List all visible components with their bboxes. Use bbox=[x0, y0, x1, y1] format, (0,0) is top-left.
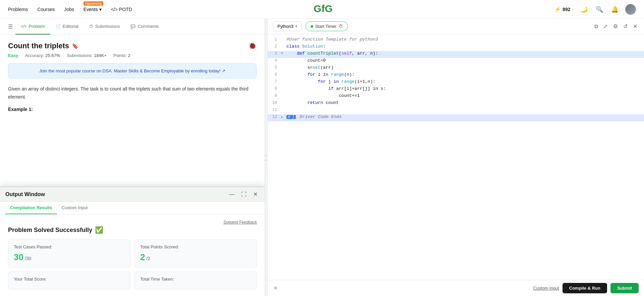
submit-button[interactable]: Submit bbox=[610, 283, 639, 293]
code-line-12: 12 ▶ # } Driver Code Ends bbox=[268, 114, 644, 121]
streak-counter: ⚡ 892 ↑ bbox=[554, 6, 574, 12]
line-number: 1 bbox=[268, 37, 281, 42]
line-number: 9 bbox=[268, 93, 281, 98]
results-grid: Test Cases Passed: 30 /30 Total Points S… bbox=[8, 239, 257, 289]
language-chevron-icon: ▾ bbox=[296, 24, 297, 28]
settings-button[interactable]: ⚙ bbox=[612, 22, 619, 31]
expand-button[interactable]: ⤢ bbox=[602, 22, 609, 31]
brightness-button[interactable]: ☀ bbox=[273, 285, 278, 291]
code-line-4: 4 count=0 bbox=[268, 58, 644, 65]
clock-icon: ⏱ bbox=[89, 24, 93, 29]
nav-potd[interactable]: </> POTD bbox=[111, 7, 132, 12]
problem-description: Given an array of distinct integers. The… bbox=[8, 85, 257, 101]
dark-mode-button[interactable]: 🌙 bbox=[579, 4, 589, 14]
top-navigation: Problems Courses Jobs Upcoming Events ▾ … bbox=[0, 0, 644, 19]
dsa-banner[interactable]: Join the most popular course on DSA. Mas… bbox=[8, 63, 257, 78]
line-arrow: ▼ bbox=[281, 51, 286, 55]
accuracy-value: 25.67% bbox=[45, 53, 60, 58]
line-number: 2 bbox=[268, 44, 281, 49]
line-content: def countTriplet(self, arr, n): bbox=[286, 51, 644, 56]
close-button[interactable]: ✕ bbox=[251, 190, 260, 198]
compile-run-button[interactable]: Compile & Run bbox=[562, 283, 607, 293]
timer-dot-icon bbox=[311, 25, 313, 28]
output-tab-compilation[interactable]: Compilation Results bbox=[5, 202, 57, 214]
solved-text: Problem Solved Successfully bbox=[8, 227, 92, 234]
timer-clock-icon: ⏱ bbox=[338, 24, 343, 29]
accuracy-label: Accuracy: bbox=[25, 53, 44, 58]
line-arrow bbox=[281, 58, 286, 59]
line-arrow bbox=[281, 107, 286, 108]
code-editor[interactable]: 1 #User function Template for python3 2 … bbox=[268, 34, 644, 280]
submissions-item: Submissions: 184K+ bbox=[67, 53, 107, 58]
code-icon: </> bbox=[21, 24, 26, 29]
site-logo[interactable]: GfG bbox=[312, 1, 332, 17]
code-line-3: 3 ▼ def countTriplet(self, arr, n): bbox=[268, 51, 644, 58]
language-label: Python3 bbox=[277, 24, 293, 29]
test-cases-total: /30 bbox=[25, 256, 31, 261]
maximize-button[interactable]: ⛶ bbox=[239, 190, 249, 198]
minimize-button[interactable]: — bbox=[227, 190, 236, 198]
start-timer-button[interactable]: Start Timer ⏱ bbox=[306, 21, 348, 31]
problem-title: Count the triplets 🔖 bbox=[8, 42, 78, 50]
copy-button[interactable]: ⧉ bbox=[593, 22, 599, 31]
line-arrow bbox=[281, 79, 286, 80]
tab-comments[interactable]: 💬 Comments bbox=[125, 19, 164, 35]
bug-icon[interactable]: 🐞 bbox=[248, 42, 257, 50]
nav-jobs[interactable]: Jobs bbox=[64, 7, 74, 12]
bottom-actions: Custom Input Compile & Run Submit bbox=[533, 283, 639, 293]
tab-submissions[interactable]: ⏱ Submissions bbox=[84, 19, 125, 35]
points-total: /2 bbox=[146, 256, 150, 261]
close-editor-button[interactable]: ✕ bbox=[632, 22, 639, 31]
line-number: 10 bbox=[268, 100, 281, 105]
points-scored-label: Total Points Scored: bbox=[140, 244, 251, 249]
dsa-banner-text: Join the most popular course on DSA. Mas… bbox=[39, 68, 225, 73]
document-icon: 📄 bbox=[56, 24, 61, 29]
search-button[interactable]: 🔍 bbox=[594, 4, 604, 14]
output-window: Output Window — ⛶ ✕ Compilation Results … bbox=[0, 186, 265, 296]
line-content: # } Driver Code Ends bbox=[286, 114, 644, 119]
tab-editorial[interactable]: 📄 Editorial bbox=[50, 19, 84, 35]
output-content: Suggest Feedback Problem Solved Successf… bbox=[0, 215, 265, 296]
user-avatar[interactable] bbox=[625, 4, 636, 15]
line-content: count+=1 bbox=[286, 93, 644, 98]
nav-events[interactable]: Upcoming Events ▾ bbox=[84, 7, 102, 12]
bookmark-icon[interactable]: 🔖 bbox=[72, 43, 78, 49]
editor-action-buttons: ⧉ ⤢ ⚙ ↺ ✕ bbox=[593, 22, 639, 31]
editor-toolbar: Python3 ▾ Start Timer ⏱ ⧉ ⤢ ⚙ ↺ ✕ bbox=[268, 19, 644, 34]
points-value: 2 bbox=[128, 53, 130, 58]
code-line-7: 7 for j in range(i+1,n): bbox=[268, 79, 644, 86]
editor-bottom-bar: ☀ Custom Input Compile & Run Submit bbox=[268, 280, 644, 296]
tab-problem[interactable]: </> Problem bbox=[15, 19, 50, 35]
events-chevron-icon: ▾ bbox=[99, 7, 102, 12]
output-tab-custom[interactable]: Custom Input bbox=[57, 202, 92, 214]
submissions-label: Submissions: bbox=[67, 53, 93, 58]
custom-input-button[interactable]: Custom Input bbox=[533, 286, 559, 291]
code-line-2: 2 class Solution: bbox=[268, 44, 644, 51]
language-selector[interactable]: Python3 ▾ bbox=[273, 21, 302, 31]
tab-problem-label: Problem bbox=[29, 24, 45, 29]
nav-problems[interactable]: Problems bbox=[8, 7, 28, 12]
difficulty-badge: Easy bbox=[8, 53, 18, 58]
nav-courses[interactable]: Courses bbox=[37, 7, 55, 12]
points-value-display: 2 /2 bbox=[140, 252, 251, 262]
test-cases-value-display: 30 /30 bbox=[14, 252, 125, 262]
test-cases-label: Test Cases Passed: bbox=[14, 244, 125, 249]
events-label[interactable]: Events bbox=[84, 7, 98, 12]
line-number: 11 bbox=[268, 107, 281, 112]
left-panel: ☰ </> Problem 📄 Editorial ⏱ Submissions … bbox=[0, 19, 265, 296]
code-line-11: 11 bbox=[268, 107, 644, 114]
problem-header: Count the triplets 🔖 🐞 bbox=[8, 42, 257, 50]
main-layout: ☰ </> Problem 📄 Editorial ⏱ Submissions … bbox=[0, 19, 644, 296]
line-arrow bbox=[281, 100, 286, 101]
line-content: s=set(arr) bbox=[286, 65, 644, 70]
points-item: Points: 2 bbox=[113, 53, 130, 58]
reset-button[interactable]: ↺ bbox=[622, 22, 629, 31]
example-heading: Example 1: bbox=[8, 107, 257, 112]
nav-left: Problems Courses Jobs Upcoming Events ▾ … bbox=[8, 7, 132, 12]
line-number: 4 bbox=[268, 58, 281, 63]
suggest-feedback-link[interactable]: Suggest Feedback bbox=[223, 220, 257, 225]
hamburger-button[interactable]: ☰ bbox=[5, 19, 15, 35]
check-circle-icon: ✅ bbox=[95, 226, 103, 234]
resize-handle[interactable]: ⋮⋮ bbox=[265, 19, 268, 296]
notifications-button[interactable]: 🔔 bbox=[610, 4, 620, 14]
